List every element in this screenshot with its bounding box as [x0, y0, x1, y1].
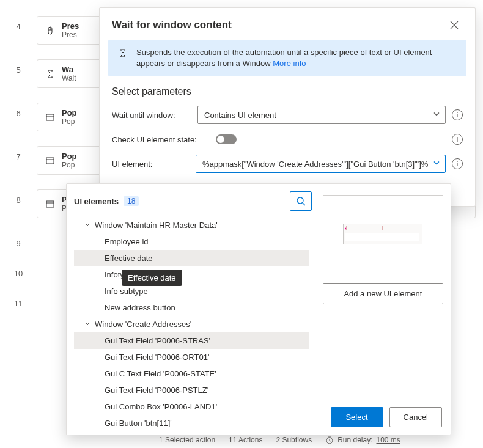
card-title: Wa	[62, 65, 76, 74]
tree-item-label: Info subtype	[105, 287, 148, 296]
search-button[interactable]	[290, 191, 312, 211]
tree-item[interactable]: Gui Text Field 'P0006-PSTLZ'	[74, 382, 309, 398]
status-actions: 11 Actions	[229, 436, 262, 444]
step-number: 8	[0, 189, 37, 205]
card-title: Pop	[62, 152, 77, 161]
tree-item-label: Effective date	[105, 254, 153, 263]
modal-title: Wait for window content	[112, 19, 232, 31]
picker-title: UI elements	[74, 197, 119, 206]
card-subtitle: Pres	[62, 31, 79, 39]
tree-item-label: Employee id	[105, 237, 149, 246]
window-icon	[45, 112, 56, 123]
preview-thumbnail: ▸	[323, 195, 443, 273]
tree-item-label: New address button	[105, 303, 175, 312]
step-number: 7	[0, 146, 37, 161]
param-label-ui-element: UI element:	[112, 160, 190, 169]
step-number: 11	[0, 293, 37, 308]
wait-until-select[interactable]: Contains UI element	[197, 106, 446, 124]
chevron-down-icon	[84, 320, 91, 329]
hourglass-icon	[118, 47, 128, 60]
card-subtitle: Pop	[62, 161, 77, 169]
chevron-down-icon	[433, 111, 440, 120]
step-number: 9	[0, 233, 37, 248]
cancel-button[interactable]: Cancel	[389, 407, 442, 427]
tree-item[interactable]: Info subtype	[74, 283, 309, 299]
step-number: 10	[0, 263, 37, 278]
card-subtitle: Wait	[62, 74, 76, 83]
svg-point-4	[297, 197, 303, 204]
svg-rect-2	[46, 158, 54, 164]
tree-item[interactable]: New address button	[74, 299, 309, 316]
tree-item[interactable]: Gui Text Field 'P0006-STRAS'	[74, 332, 309, 349]
ui-element-picker: UI elements 18 Window 'Maintain HR Maste…	[66, 183, 451, 435]
timer-icon	[325, 436, 334, 444]
svg-rect-3	[46, 201, 54, 207]
tree-group[interactable]: Window 'Maintain HR Master Data'	[74, 217, 309, 233]
tree-item-label: Window 'Maintain HR Master Data'	[95, 221, 218, 230]
wait-until-value: Contains UI element	[204, 111, 276, 120]
tree-item-label: Gui Text Field 'P0006-STRAS'	[105, 336, 210, 345]
select-button[interactable]: Select	[331, 407, 383, 427]
search-icon	[296, 196, 306, 206]
param-label-check-state: Check UI element state:	[112, 135, 210, 144]
tree-item[interactable]: Gui Combo Box 'P0006-LAND1'	[74, 398, 309, 415]
step-number: 5	[0, 59, 37, 75]
window-icon	[45, 199, 56, 210]
tree-group[interactable]: Window 'Create Addresses'	[74, 316, 309, 332]
tree-item[interactable]: Gui Text Field 'P0006-ORT01'	[74, 349, 309, 365]
ui-element-value: %appmask["Window 'Create Addresses'"]["G…	[202, 160, 428, 169]
chevron-down-icon	[433, 160, 440, 169]
more-info-link[interactable]: More info	[273, 59, 306, 68]
tree-item[interactable]: Employee id	[74, 233, 309, 250]
tree-item[interactable]: Infotype	[74, 266, 309, 283]
status-delay: Run delay: 100 ms	[325, 436, 400, 444]
info-icon[interactable]: i	[452, 158, 463, 169]
section-title: Select parameters	[100, 76, 475, 101]
step-number: 6	[0, 103, 37, 118]
param-label-wait-until: Wait until window:	[112, 111, 191, 120]
info-icon[interactable]: i	[452, 109, 463, 120]
hourglass-icon	[45, 68, 56, 79]
info-banner: Suspends the execution of the automation…	[108, 40, 466, 76]
tree-item[interactable]: Effective date	[74, 250, 309, 266]
ui-element-select[interactable]: %appmask["Window 'Create Addresses'"]["G…	[196, 155, 446, 173]
tree-item-label: Gui C Text Field 'P0006-STATE'	[105, 369, 216, 378]
card-subtitle: Pop	[62, 117, 77, 126]
close-icon[interactable]	[446, 17, 463, 34]
tree-item[interactable]: Gui C Text Field 'P0006-STATE'	[74, 365, 309, 382]
tree-item-label: Gui Text Field 'P0006-ORT01'	[105, 353, 209, 362]
chevron-down-icon	[84, 221, 91, 230]
tree-item-label: Gui Combo Box 'P0006-LAND1'	[105, 402, 217, 411]
window-icon	[45, 155, 56, 166]
status-selected: 1 Selected action	[159, 436, 215, 444]
card-title: Pop	[62, 108, 77, 117]
svg-rect-1	[46, 114, 54, 120]
tree-item-label: Gui Text Field 'P0006-PSTLZ'	[105, 386, 208, 395]
add-ui-element-button[interactable]: Add a new UI element	[323, 283, 443, 304]
tree-item-label: Gui Button 'btn[11]'	[105, 419, 172, 427]
tree-item-label: Infotype	[105, 270, 133, 279]
wait-window-modal: Wait for window content Suspends the exe…	[99, 7, 476, 207]
tree-item[interactable]: Gui Button 'btn[11]'	[74, 415, 309, 427]
tree-item-label: Window 'Create Addresses'	[95, 320, 191, 329]
mouse-icon	[45, 25, 56, 36]
elements-count: 18	[124, 196, 139, 206]
info-icon[interactable]: i	[452, 134, 463, 145]
delay-value[interactable]: 100 ms	[377, 436, 400, 444]
card-title: Pres	[62, 21, 79, 31]
step-number: 4	[0, 16, 37, 31]
check-state-toggle[interactable]	[216, 134, 237, 144]
status-subflows: 2 Subflows	[276, 436, 312, 444]
